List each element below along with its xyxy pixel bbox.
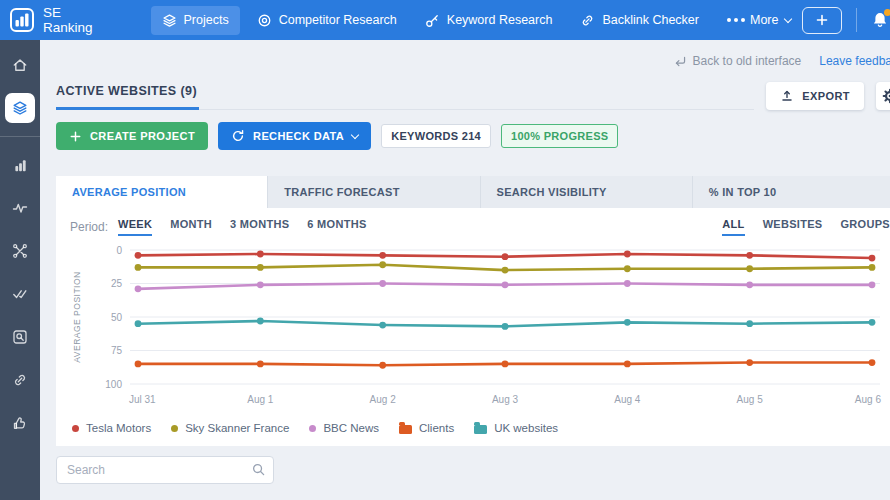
svg-text:Aug 3: Aug 3: [492, 394, 519, 405]
top-navbar: SE Ranking Projects Competitor Research …: [0, 0, 890, 40]
period-week[interactable]: WEEK: [118, 218, 152, 236]
tab-average-position[interactable]: AVERAGE POSITION: [56, 176, 268, 208]
active-websites-tab[interactable]: ACTIVE WEBSITES (9): [56, 78, 199, 110]
svg-text:25: 25: [111, 278, 123, 289]
layers-icon: [162, 13, 177, 28]
scope-group: ALL WEBSITES GROUPS: [704, 218, 890, 236]
plus-icon: [69, 130, 82, 143]
legend-label: Tesla Motors: [86, 422, 151, 434]
key-icon: [425, 13, 440, 28]
period-3-months[interactable]: 3 MONTHS: [230, 218, 289, 236]
group-folder-icon: [399, 425, 412, 434]
scope-websites[interactable]: WEBSITES: [763, 218, 823, 236]
legend-label: Clients: [419, 422, 454, 434]
legend-item[interactable]: UK websites: [474, 422, 558, 434]
scope-groups[interactable]: GROUPS: [841, 218, 890, 236]
legend-label: Sky Skanner France: [185, 422, 289, 434]
header-row: ACTIVE WEBSITES (9) EXPORT: [56, 78, 890, 110]
brand-name: SE Ranking: [43, 5, 93, 35]
chevron-down-icon: [784, 14, 792, 22]
nav-label: Backlink Checker: [602, 13, 699, 27]
series-dot-icon: [171, 425, 178, 432]
export-upload-icon: [780, 89, 794, 103]
refresh-icon: [231, 129, 245, 143]
sidebar-item-social[interactable]: [5, 408, 35, 438]
chevron-down-icon: [351, 130, 359, 138]
search-icon: [251, 462, 266, 477]
brand[interactable]: SE Ranking: [10, 5, 93, 35]
series-dot-icon: [309, 425, 316, 432]
thumb-up-icon: [12, 415, 28, 431]
projects-layers-icon: [12, 100, 28, 116]
nav-item-keyword-research[interactable]: Keyword Research: [414, 6, 564, 35]
leave-feedback-link[interactable]: Leave feedback: [819, 54, 890, 68]
title-wrap: ACTIVE WEBSITES (9): [56, 78, 754, 110]
scope-all[interactable]: ALL: [722, 218, 744, 236]
svg-text:Aug 4: Aug 4: [614, 394, 641, 405]
search-row: [56, 456, 890, 484]
group-folder-icon: [474, 425, 487, 434]
svg-text:AVERAGE POSITION: AVERAGE POSITION: [72, 271, 82, 362]
keywords-count-badge: KEYWORDS 214: [381, 124, 491, 148]
tab-percent-in-top10[interactable]: % IN TOP 10: [693, 176, 890, 208]
nav-label: Keyword Research: [447, 13, 553, 27]
checklist-icon: [12, 286, 28, 302]
nav-item-more[interactable]: More: [716, 6, 802, 34]
sidebar-item-tasks[interactable]: [5, 279, 35, 309]
nav-item-competitor-research[interactable]: Competitor Research: [246, 6, 408, 35]
create-project-button[interactable]: CREATE PROJECT: [56, 122, 208, 150]
export-label: EXPORT: [802, 90, 850, 102]
recheck-data-button[interactable]: RECHECK DATA: [218, 122, 371, 150]
svg-text:75: 75: [111, 345, 123, 356]
plus-icon: [815, 13, 829, 27]
main-content: Back to old interface Leave feedback ACT…: [40, 40, 890, 500]
sidebar-item-analytics[interactable]: [5, 193, 35, 223]
nav-label: More: [750, 13, 778, 27]
svg-text:Aug 1: Aug 1: [247, 394, 274, 405]
series-dot-icon: [72, 425, 79, 432]
nav-item-backlink-checker[interactable]: Backlink Checker: [569, 6, 710, 35]
notifications-button[interactable]: [871, 11, 889, 29]
divider: [856, 8, 857, 32]
legend-item[interactable]: Sky Skanner France: [171, 422, 289, 434]
svg-text:Aug 2: Aug 2: [370, 394, 397, 405]
gear-icon: [881, 87, 890, 105]
sidebar-item-rankings[interactable]: [5, 150, 35, 180]
more-dots-icon: [727, 18, 731, 22]
notification-badge: [884, 9, 890, 16]
chart-legend: Tesla MotorsSky Skanner FranceBBC NewsCl…: [70, 412, 890, 438]
nav-label: Competitor Research: [279, 13, 397, 27]
recheck-data-label: RECHECK DATA: [253, 130, 344, 142]
period-month[interactable]: MONTH: [170, 218, 212, 236]
target-icon: [257, 13, 272, 28]
sidebar-item-site-audit[interactable]: [5, 322, 35, 352]
svg-text:Aug 5: Aug 5: [737, 394, 764, 405]
sidebar-item-competitors[interactable]: [5, 236, 35, 266]
period-6-months[interactable]: 6 MONTHS: [307, 218, 366, 236]
period-row: Period: WEEK MONTH 3 MONTHS 6 MONTHS ALL…: [70, 218, 890, 236]
add-project-button[interactable]: [802, 7, 842, 34]
legend-item[interactable]: Tesla Motors: [72, 422, 151, 434]
nav-item-projects[interactable]: Projects: [151, 6, 240, 35]
svg-text:Jul 31: Jul 31: [129, 394, 156, 405]
sidebar-item-home[interactable]: [5, 50, 35, 80]
settings-button[interactable]: [876, 82, 890, 110]
back-to-old-interface-link[interactable]: Back to old interface: [674, 54, 802, 68]
average-position-chart[interactable]: 0255075100AVERAGE POSITIONJul 31Aug 1Aug…: [70, 236, 890, 412]
sidebar-item-projects[interactable]: [5, 93, 35, 123]
legend-item[interactable]: BBC News: [309, 422, 379, 434]
search-input[interactable]: [56, 456, 274, 484]
main-nav: Projects Competitor Research Keyword Res…: [151, 6, 803, 35]
export-button[interactable]: EXPORT: [766, 82, 864, 110]
tab-traffic-forecast[interactable]: TRAFFIC FORECAST: [268, 176, 480, 208]
se-ranking-logo-icon: [10, 8, 34, 32]
nav-label: Projects: [184, 13, 229, 27]
tab-search-visibility[interactable]: SEARCH VISIBILITY: [481, 176, 693, 208]
legend-label: BBC News: [323, 422, 379, 434]
site-audit-icon: [12, 329, 28, 345]
top-links-row: Back to old interface Leave feedback: [56, 50, 890, 72]
rankings-bars-icon: [13, 158, 28, 173]
sidebar-item-backlinks[interactable]: [5, 365, 35, 395]
svg-text:50: 50: [111, 312, 123, 323]
legend-item[interactable]: Clients: [399, 422, 454, 434]
